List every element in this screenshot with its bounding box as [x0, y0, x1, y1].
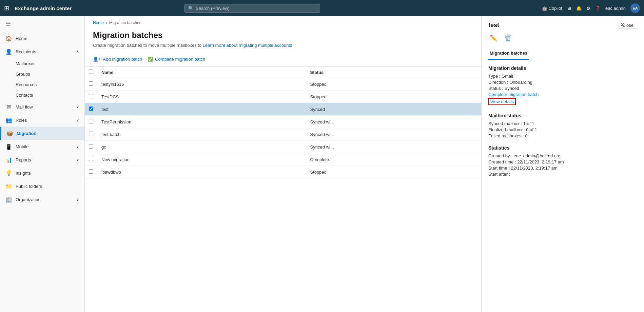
row-checkbox[interactable]	[89, 81, 93, 86]
mailflow-chevron: ∨	[76, 105, 79, 109]
page-header: Migration batches Create migration batch…	[85, 25, 481, 52]
sidebar-item-mobile[interactable]: 📱 Mobile ∨	[0, 140, 84, 153]
sidebar-item-migration[interactable]: 📦 Migration	[0, 127, 84, 140]
add-migration-batch-button[interactable]: 👤+ Add migration batch	[93, 55, 142, 63]
row-name: TestPermission	[97, 116, 306, 128]
start-time-row: Start time : 22/11/2023, 2:19:17 am	[488, 165, 637, 171]
row-status: Stopped	[306, 166, 481, 178]
row-status: Synced wi...	[306, 141, 481, 153]
migration-details-title: Migration details	[488, 65, 637, 71]
row-name: TestDCS	[97, 91, 306, 103]
mobile-icon: 📱	[5, 143, 12, 150]
row-checkbox-cell[interactable]	[85, 166, 97, 178]
hamburger-button[interactable]: ☰	[0, 16, 84, 32]
row-checkbox[interactable]	[89, 106, 93, 111]
publicfolders-icon: 📁	[5, 183, 12, 190]
row-checkbox-cell[interactable]	[85, 91, 97, 103]
row-name: gc	[97, 141, 306, 153]
migration-table: Name Status testylh1616 Stopped TestDCS …	[85, 67, 481, 178]
sidebar-item-recipients-label: Recipients	[16, 49, 36, 54]
row-checkbox-cell[interactable]	[85, 141, 97, 153]
sidebar-item-groups[interactable]: Groups	[16, 69, 84, 79]
type-row: Type : Gmail	[488, 74, 637, 79]
sidebar-item-reports-label: Reports	[16, 157, 31, 162]
complete-migration-link[interactable]: Complete migration batch	[488, 92, 637, 97]
row-checkbox-cell[interactable]	[85, 128, 97, 141]
table-row[interactable]: New migration Complete...	[85, 153, 481, 166]
status-row: Status : Synced	[488, 86, 637, 91]
toolbar: 👤+ Add migration batch ✅ Complete migrat…	[85, 52, 481, 67]
panel-close-x-button[interactable]: ✕	[620, 21, 625, 28]
sidebar-item-recipients[interactable]: 👤 Recipients ∧	[0, 45, 84, 58]
statistics-section: Statistics Created by : eac_admin@bellre…	[488, 145, 637, 177]
statistics-title: Statistics	[488, 145, 637, 151]
breadcrumb-separator: ›	[106, 20, 107, 25]
table-row[interactable]: testylh1616 Stopped	[85, 78, 481, 91]
grid-icon[interactable]: ⊞	[4, 4, 9, 12]
table-row[interactable]: test.batch Synced wi...	[85, 128, 481, 141]
table-row[interactable]: gc Synced wi...	[85, 141, 481, 153]
migration-details-section: Migration details Type : Gmail Direction…	[488, 65, 637, 106]
sidebar-item-organization[interactable]: 🏢 Organization ∨	[0, 193, 84, 206]
sidebar-item-mailboxes[interactable]: Mailboxes	[16, 58, 84, 69]
table-row[interactable]: TestDCS Stopped	[85, 91, 481, 103]
row-checkbox-cell[interactable]	[85, 116, 97, 128]
sidebar: ☰ 🏠 Home 👤 Recipients ∧ Mailboxes Groups…	[0, 16, 85, 312]
home-icon: 🏠	[5, 35, 12, 42]
select-all-checkbox[interactable]	[89, 70, 93, 74]
row-status: Stopped	[306, 78, 481, 91]
gear-icon[interactable]: ⚙	[586, 6, 590, 11]
row-checkbox-cell[interactable]	[85, 153, 97, 166]
tab-migration-batches[interactable]: Migration batches	[488, 47, 529, 60]
created-time-row: Created time : 22/11/2023, 2:19:17 am	[488, 159, 637, 164]
sidebar-item-home[interactable]: 🏠 Home	[0, 32, 84, 45]
row-checkbox-cell[interactable]	[85, 78, 97, 91]
email-icon[interactable]: 🖥	[567, 6, 571, 11]
roles-chevron: ∨	[76, 118, 79, 122]
table-row[interactable]: ibawdbwb Stopped	[85, 166, 481, 178]
table-row[interactable]: test Synced	[85, 103, 481, 116]
panel-tabs: Migration batches	[482, 47, 644, 60]
delete-button[interactable]: 🗑️	[503, 33, 513, 43]
sidebar-item-publicfolders[interactable]: 📁 Public folders	[0, 180, 84, 193]
select-all-header[interactable]	[85, 67, 97, 78]
sidebar-item-reports[interactable]: 📊 Reports ∨	[0, 153, 84, 167]
help-icon[interactable]: ❓	[595, 6, 601, 11]
sidebar-item-insights[interactable]: 💡 Insights	[0, 167, 84, 180]
search-input[interactable]	[196, 6, 316, 11]
row-checkbox[interactable]	[89, 157, 93, 161]
complete-migration-batch-button[interactable]: ✅ Complete migration batch	[148, 55, 205, 63]
recipients-icon: 👤	[5, 48, 12, 55]
avatar[interactable]: EA	[630, 3, 640, 13]
add-icon: 👤+	[93, 57, 101, 62]
row-checkbox[interactable]	[89, 144, 93, 149]
organization-icon: 🏢	[5, 196, 12, 203]
sidebar-item-organization-label: Organization	[16, 197, 41, 202]
row-checkbox[interactable]	[89, 132, 93, 136]
table-row[interactable]: TestPermission Synced wi...	[85, 116, 481, 128]
search-icon: 🔍	[188, 6, 194, 11]
row-checkbox[interactable]	[89, 94, 93, 98]
view-details-link[interactable]: View details	[488, 98, 516, 105]
sidebar-item-roles[interactable]: 👥 Roles ∨	[0, 114, 84, 127]
learn-more-link[interactable]: Learn more about migrating multiple acco…	[203, 43, 292, 48]
topnav: ⊞ Exchange admin center 🔍 🤖 Copilot 🖥 🔔 …	[0, 0, 644, 16]
mailbox-status-section: Mailbox status Synced mailbox : 1 of 1 F…	[488, 113, 637, 138]
edit-button[interactable]: ✏️	[488, 33, 499, 43]
row-checkbox[interactable]	[89, 169, 93, 174]
direction-row: Direction : Onboarding	[488, 80, 637, 85]
row-name: New migration	[97, 153, 306, 166]
copilot-button[interactable]: 🤖 Copilot	[542, 6, 562, 11]
recipients-submenu: Mailboxes Groups Resources Contacts	[0, 58, 84, 100]
page-description: Create migration batches to move multipl…	[93, 43, 473, 48]
sidebar-item-mailflow[interactable]: ✉ Mail flow ∨	[0, 100, 84, 114]
breadcrumb-home[interactable]: Home	[93, 20, 104, 25]
sidebar-item-contacts[interactable]: Contacts	[16, 90, 84, 100]
bell-icon[interactable]: 🔔	[576, 6, 582, 11]
insights-icon: 💡	[5, 170, 12, 176]
row-checkbox-cell[interactable]	[85, 103, 97, 116]
search-bar[interactable]: 🔍	[184, 4, 320, 13]
sidebar-item-resources[interactable]: Resources	[16, 79, 84, 90]
sidebar-item-insights-label: Insights	[16, 171, 31, 176]
row-checkbox[interactable]	[89, 119, 93, 123]
